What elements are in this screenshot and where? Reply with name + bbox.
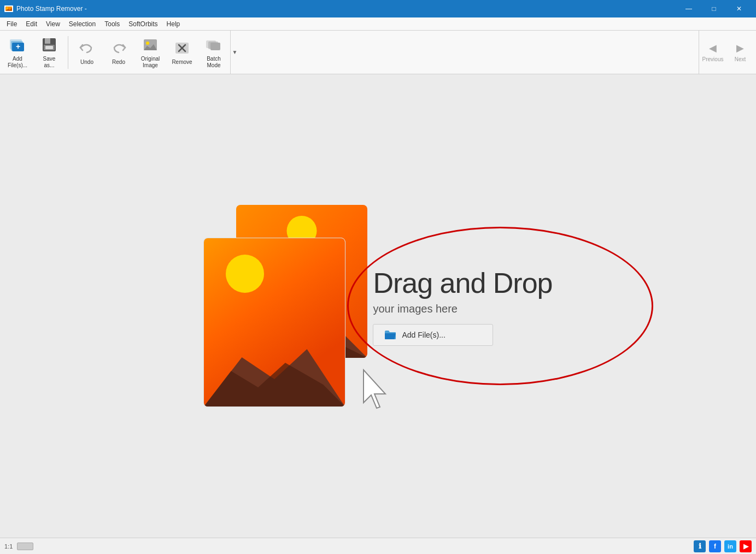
svg-point-2 <box>7 8 8 9</box>
main-content: Drag and Drop your images here Add File(… <box>0 74 756 538</box>
zoom-fit-button[interactable] <box>17 543 33 550</box>
image-stack <box>203 205 362 407</box>
title-bar-controls: — □ ✕ <box>676 0 752 17</box>
previous-arrow: ◀ <box>709 42 717 54</box>
undo-label: Undo <box>80 59 93 66</box>
undo-icon <box>78 39 96 57</box>
menu-file[interactable]: File <box>2 17 21 31</box>
save-as-label: Saveas... <box>43 56 56 69</box>
redo-button[interactable]: Redo <box>103 33 134 72</box>
svg-marker-25 <box>364 370 385 408</box>
original-image-label: OriginalImage <box>141 56 160 69</box>
add-files-label: AddFile(s)... <box>8 56 27 69</box>
next-arrow: ▶ <box>736 42 744 54</box>
status-left: 1:1 <box>4 543 33 550</box>
sun-front <box>226 255 264 293</box>
original-image-button[interactable]: OriginalImage <box>135 33 166 72</box>
next-label: Next <box>735 56 746 62</box>
toolbar-expand-button[interactable]: ▼ <box>230 31 239 74</box>
app-title: Photo Stamp Remover - <box>16 5 87 13</box>
add-files-icon: + <box>9 36 26 54</box>
svg-rect-20 <box>210 43 220 50</box>
menu-selection[interactable]: Selection <box>65 17 100 31</box>
batch-icon <box>205 36 222 54</box>
svg-point-13 <box>146 42 149 45</box>
app-icon <box>4 4 13 13</box>
batch-mode-label: BatchMode <box>207 56 221 69</box>
add-files-button[interactable]: + AddFile(s)... <box>2 33 33 72</box>
twitter-button[interactable]: in <box>724 540 736 552</box>
redo-label: Redo <box>112 59 125 66</box>
remove-label: Remove <box>172 59 192 66</box>
folder-icon <box>384 330 396 340</box>
status-right: ℹ f in ▶ <box>694 540 752 552</box>
toolbar-right: ◀ Previous ▶ Next <box>699 31 754 74</box>
toolbar-group-main: + AddFile(s)... Saveas... <box>2 31 239 74</box>
close-button[interactable]: ✕ <box>726 0 752 17</box>
toolbar: + AddFile(s)... Saveas... <box>0 31 756 74</box>
remove-button[interactable]: Remove <box>167 33 197 72</box>
svg-rect-9 <box>45 38 50 44</box>
menu-view[interactable]: View <box>42 17 65 31</box>
previous-label: Previous <box>702 56 724 62</box>
add-files-drop-button[interactable]: Add File(s)... <box>373 324 493 346</box>
drop-subtitle: your images here <box>373 303 458 315</box>
original-icon <box>142 36 159 54</box>
previous-button[interactable]: ◀ Previous <box>699 31 726 74</box>
title-bar-left: Photo Stamp Remover - <box>4 4 87 13</box>
image-card-front-inner <box>204 238 345 406</box>
svg-text:+: + <box>16 42 20 51</box>
remove-icon <box>173 39 191 57</box>
zoom-level: 1:1 <box>4 543 13 550</box>
drop-zone-container: Drag and Drop your images here Add File(… <box>203 205 552 407</box>
menu-tools[interactable]: Tools <box>100 17 124 31</box>
batch-mode-button[interactable]: BatchMode <box>198 33 229 72</box>
drop-text-area: Drag and Drop your images here Add File(… <box>373 267 552 346</box>
menu-softorbits[interactable]: SoftOrbits <box>124 17 162 31</box>
redo-icon <box>110 39 127 57</box>
menu-bar: File Edit View Selection Tools SoftOrbit… <box>0 17 756 31</box>
svg-rect-11 <box>45 46 53 49</box>
save-icon <box>40 36 58 54</box>
title-bar: Photo Stamp Remover - — □ ✕ <box>0 0 756 17</box>
menu-help[interactable]: Help <box>162 17 185 31</box>
add-files-drop-label: Add File(s)... <box>402 331 445 339</box>
info-button[interactable]: ℹ <box>694 540 706 552</box>
youtube-button[interactable]: ▶ <box>740 540 752 552</box>
save-as-button[interactable]: Saveas... <box>34 33 65 72</box>
status-bar: 1:1 ℹ f in ▶ <box>0 538 756 554</box>
facebook-button[interactable]: f <box>709 540 721 552</box>
next-button[interactable]: ▶ Next <box>726 31 754 74</box>
toolbar-sep-1 <box>68 36 68 69</box>
drop-title: Drag and Drop <box>373 267 552 299</box>
image-card-front <box>203 238 345 407</box>
minimize-button[interactable]: — <box>676 0 701 17</box>
maximize-button[interactable]: □ <box>701 0 726 17</box>
menu-edit[interactable]: Edit <box>21 17 42 31</box>
mountain-front-svg <box>204 335 345 406</box>
undo-button[interactable]: Undo <box>72 33 102 72</box>
cursor-icon <box>359 369 395 412</box>
